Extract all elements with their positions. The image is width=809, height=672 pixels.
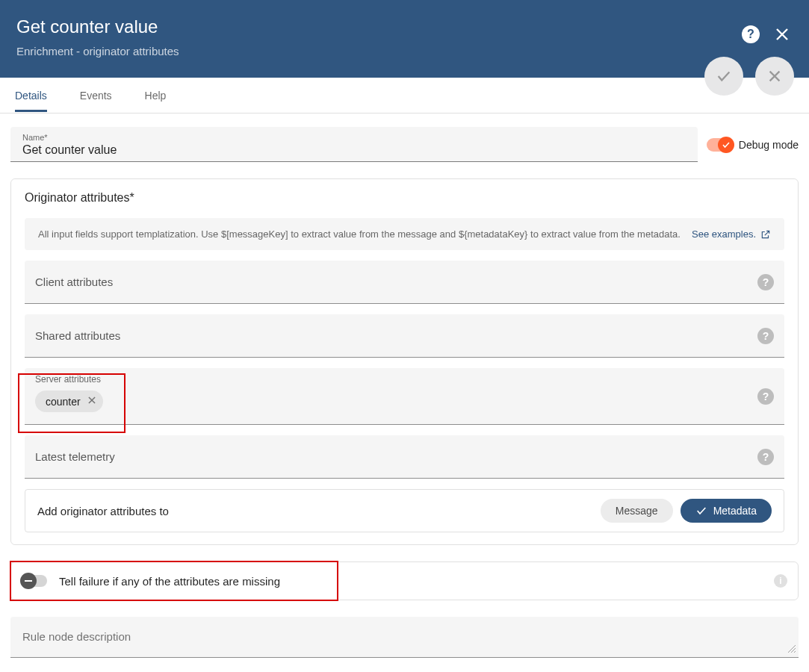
help-icon[interactable]: ? — [757, 449, 774, 465]
chip-counter[interactable]: counter — [35, 391, 103, 412]
add-attributes-label: Add originator attributes to — [37, 505, 601, 517]
tell-failure-label: Tell failure if any of the attributes ar… — [59, 575, 768, 588]
panel-title: Originator attributes* — [25, 191, 784, 205]
description-field[interactable]: Rule node description — [10, 617, 799, 658]
tabs: Details Events Help — [0, 78, 809, 113]
add-attributes-to-row: Add originator attributes to Message Met… — [25, 489, 784, 532]
shared-attributes-field[interactable]: Shared attributes ? — [25, 314, 784, 358]
name-field[interactable]: Name* — [10, 127, 698, 162]
resize-grip-icon[interactable] — [787, 642, 796, 656]
server-attributes-label: Server attributes — [35, 374, 101, 385]
tab-help[interactable]: Help — [145, 79, 167, 112]
name-label: Name* — [22, 133, 686, 142]
chip-label: counter — [46, 396, 81, 408]
segment-message[interactable]: Message — [601, 499, 673, 523]
see-examples-link[interactable]: See examples. — [692, 228, 771, 240]
info-text: All input fields support templatization.… — [38, 228, 681, 240]
latest-telemetry-placeholder: Latest telemetry — [35, 450, 757, 463]
dialog-title: Get counter value — [16, 16, 742, 37]
dialog-subtitle: Enrichment - originator attributes — [16, 45, 742, 57]
tell-failure-row: Tell failure if any of the attributes ar… — [10, 561, 799, 600]
segment-message-label: Message — [616, 505, 658, 517]
shared-attributes-placeholder: Shared attributes — [35, 329, 757, 342]
name-input[interactable] — [22, 142, 686, 157]
dialog-header: Get counter value Enrichment - originato… — [0, 0, 809, 78]
tab-details[interactable]: Details — [15, 79, 47, 112]
apply-button[interactable] — [704, 57, 743, 96]
tab-events[interactable]: Events — [80, 79, 112, 112]
description-placeholder: Rule node description — [22, 630, 131, 643]
server-attributes-field[interactable]: Server attributes counter ? — [25, 368, 784, 425]
segment-metadata[interactable]: Metadata — [681, 499, 772, 523]
info-icon[interactable]: i — [774, 574, 787, 588]
help-icon[interactable]: ? — [757, 328, 774, 344]
tell-failure-toggle[interactable] — [22, 575, 47, 587]
help-icon[interactable]: ? — [757, 388, 774, 405]
latest-telemetry-field[interactable]: Latest telemetry ? — [25, 435, 784, 479]
help-icon[interactable]: ? — [742, 25, 760, 43]
info-bar: All input fields support templatization.… — [25, 218, 784, 250]
help-icon[interactable]: ? — [757, 274, 774, 290]
originator-attributes-panel: Originator attributes* All input fields … — [10, 178, 799, 545]
see-examples-label: See examples. — [692, 228, 756, 240]
debug-toggle[interactable] — [707, 138, 733, 152]
chip-remove-icon[interactable] — [87, 395, 97, 408]
client-attributes-field[interactable]: Client attributes ? — [25, 261, 784, 304]
debug-label: Debug mode — [739, 139, 799, 151]
client-attributes-placeholder: Client attributes — [35, 276, 757, 288]
segment-metadata-label: Metadata — [713, 505, 757, 517]
close-icon[interactable] — [773, 25, 791, 43]
cancel-button[interactable] — [755, 57, 794, 96]
